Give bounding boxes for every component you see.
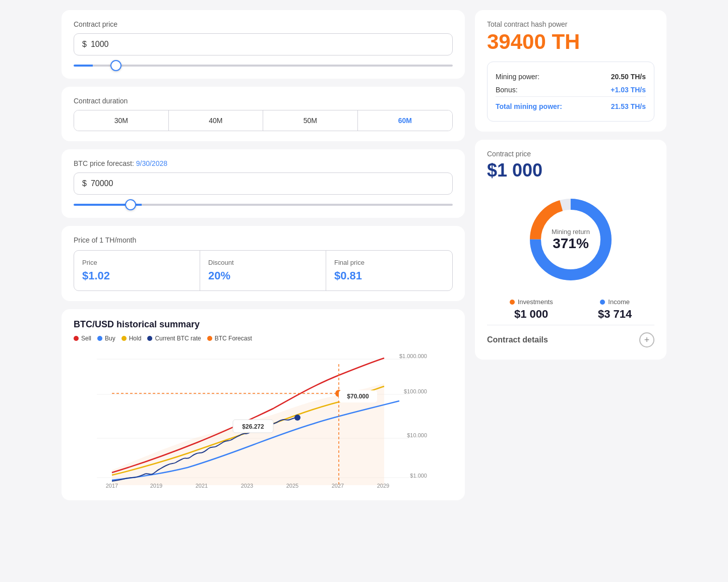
svg-text:$1.000: $1.000 (410, 473, 427, 479)
income-label: Income (608, 298, 630, 306)
total-mining-value: 21.53 TH/s (611, 102, 646, 110)
legend-hold: Hold (122, 335, 142, 342)
contract-price-card: Contract price $1 000 Mining return (475, 140, 666, 360)
svg-text:$1.000.000: $1.000.000 (399, 353, 427, 359)
price-cell-price: Price $1.02 (74, 251, 200, 290)
bonus-value: +1.03 TH/s (611, 86, 646, 94)
contract-details-label: Contract details (487, 335, 548, 344)
legend-btc-forecast-dot (207, 336, 212, 341)
left-panel: Contract price $ Contract duration 30M 4… (62, 10, 465, 500)
contract-duration-label: Contract duration (74, 97, 453, 105)
donut-container: Mining return 371% (520, 189, 621, 290)
svg-text:2019: 2019 (150, 483, 162, 489)
chart-legend: Sell Buy Hold Current BTC rate BTC Forec… (74, 335, 453, 342)
donut-center: Mining return 371% (552, 228, 590, 252)
svg-text:$26.272: $26.272 (242, 423, 264, 430)
duration-tab-40m[interactable]: 40M (169, 110, 264, 131)
legend-btc-forecast-label: BTC Forecast (215, 335, 252, 342)
contract-price-card-label: Contract price (487, 150, 654, 158)
duration-tab-30m[interactable]: 30M (74, 110, 169, 131)
btc-price-slider[interactable] (74, 204, 453, 206)
currency-symbol: $ (82, 40, 87, 49)
income-indicator: Income (598, 298, 632, 306)
legend-buy-label: Buy (105, 335, 115, 342)
duration-tab-50m[interactable]: 50M (263, 110, 358, 131)
svg-point-10 (294, 415, 300, 421)
right-panel: Total contract hash power 39400 TH Minin… (475, 10, 666, 500)
donut-center-label: Mining return (552, 228, 590, 236)
btc-price-slider-container (74, 199, 453, 208)
contract-details-button[interactable]: + (639, 332, 654, 347)
svg-text:2029: 2029 (377, 483, 389, 489)
price-th-section: Price of 1 TH/month Price $1.02 Discount… (62, 226, 465, 301)
invest-income-row: Investments $1 000 Income $3 714 (487, 298, 654, 321)
investments-item: Investments $1 000 (510, 298, 553, 321)
duration-tab-60m[interactable]: 60M (358, 110, 453, 131)
svg-text:2023: 2023 (241, 483, 253, 489)
investments-value: $1 000 (510, 308, 553, 321)
final-price-label: Final price (334, 259, 444, 266)
svg-text:$10.000: $10.000 (407, 432, 427, 438)
legend-btc-forecast: BTC Forecast (207, 335, 252, 342)
total-mining-row: Total mining power: 21.53 TH/s (496, 100, 646, 113)
hash-power-label: Total contract hash power (487, 20, 654, 28)
income-item: Income $3 714 (598, 298, 632, 321)
contract-price-label: Contract price (74, 20, 453, 28)
income-value: $3 714 (598, 308, 632, 321)
discount-value: 20% (208, 269, 318, 282)
contract-details-row: Contract details + (487, 325, 654, 350)
btc-price-input-container: $ (74, 172, 453, 195)
donut-section: Mining return 371% Investments $1 000 (487, 189, 654, 350)
chart-svg: $1.000.000 $100.000 $10.000 $1.000 (74, 349, 453, 490)
svg-text:2025: 2025 (286, 483, 298, 489)
price-value: $1.02 (82, 269, 192, 282)
total-mining-label: Total mining power: (496, 102, 562, 110)
legend-buy: Buy (97, 335, 115, 342)
btc-forecast-label: BTC price forecast: 9/30/2028 (74, 159, 453, 167)
bonus-label: Bonus: (496, 86, 518, 94)
contract-price-slider[interactable] (74, 65, 453, 67)
investments-label: Investments (518, 298, 553, 306)
mining-power-label: Mining power: (496, 73, 539, 81)
main-container: Contract price $ Contract duration 30M 4… (62, 10, 666, 500)
svg-text:2027: 2027 (332, 483, 344, 489)
chart-title: BTC/USD historical summary (74, 319, 453, 330)
contract-price-slider-container (74, 60, 453, 69)
svg-text:$100.000: $100.000 (404, 388, 427, 394)
btc-currency-symbol: $ (82, 179, 87, 188)
contract-price-card-value: $1 000 (487, 160, 654, 181)
price-cell-final: Final price $0.81 (326, 251, 452, 290)
svg-text:2017: 2017 (106, 483, 118, 489)
final-price-value: $0.81 (334, 269, 444, 282)
contract-price-input-container: $ (74, 33, 453, 55)
legend-current-btc-label: Current BTC rate (155, 335, 201, 342)
legend-current-btc: Current BTC rate (147, 335, 201, 342)
legend-sell: Sell (74, 335, 91, 342)
income-dot (600, 300, 605, 305)
mining-power-value: 20.50 TH/s (611, 73, 646, 81)
chart-area: $1.000.000 $100.000 $10.000 $1.000 (74, 349, 453, 490)
btc-forecast-text: BTC price forecast: (74, 159, 136, 167)
price-grid: Price $1.02 Discount 20% Final price $0.… (74, 250, 453, 291)
investments-dot (510, 300, 515, 305)
hash-power-card: Total contract hash power 39400 TH Minin… (475, 10, 666, 132)
mining-power-row: Mining power: 20.50 TH/s (496, 70, 646, 83)
legend-sell-label: Sell (81, 335, 91, 342)
legend-hold-dot (122, 336, 127, 341)
svg-text:2021: 2021 (196, 483, 208, 489)
btc-forecast-date[interactable]: 9/30/2028 (136, 159, 167, 167)
contract-price-field[interactable] (91, 40, 444, 49)
btc-forecast-section: BTC price forecast: 9/30/2028 $ (62, 149, 465, 218)
svg-text:$70.000: $70.000 (347, 393, 369, 400)
legend-sell-dot (74, 336, 79, 341)
legend-current-btc-dot (147, 336, 152, 341)
mining-info-box: Mining power: 20.50 TH/s Bonus: +1.03 TH… (487, 62, 654, 122)
btc-price-field[interactable] (91, 179, 444, 188)
contract-price-section: Contract price $ (62, 10, 465, 79)
hash-power-value: 39400 TH (487, 30, 654, 53)
contract-duration-section: Contract duration 30M 40M 50M 60M (62, 87, 465, 141)
bonus-row: Bonus: +1.03 TH/s (496, 83, 646, 96)
mining-divider (496, 96, 646, 97)
donut-center-value: 371% (552, 236, 590, 252)
investments-indicator: Investments (510, 298, 553, 306)
